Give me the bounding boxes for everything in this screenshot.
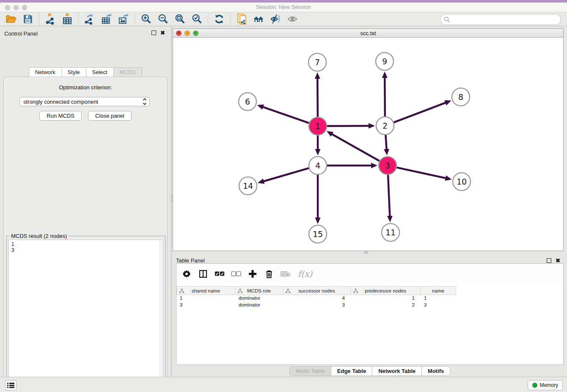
- export-image-icon[interactable]: [118, 14, 129, 25]
- mcds-panel: Optimization criterion: strongly connect…: [3, 77, 168, 392]
- refresh-icon[interactable]: [214, 14, 225, 25]
- table-cell[interactable]: 3: [421, 302, 456, 309]
- memory-button[interactable]: Memory: [528, 380, 563, 390]
- column-header[interactable]: predecessor nodes: [351, 286, 421, 295]
- application-window: Session: New Session: [0, 0, 567, 392]
- tab-edge-table[interactable]: Edge Table: [331, 366, 372, 376]
- mcds-result-group: MCDS result (2 nodes) 1 3: [6, 236, 165, 392]
- graph-node-label: 14: [243, 181, 253, 190]
- add-column-icon[interactable]: [248, 269, 258, 279]
- export-network-icon[interactable]: [84, 14, 95, 25]
- memory-status-icon: [532, 383, 537, 388]
- edge-2-3[interactable]: [385, 135, 386, 151]
- tab-node-table[interactable]: Node Table: [289, 366, 331, 376]
- table-header-row: shared nameMCDS rolesuccessor nodesprede…: [176, 286, 456, 295]
- node-table: f(x) shared nameMCDS rolesuccessor nodes…: [176, 263, 564, 365]
- deselect-all-icon[interactable]: [231, 269, 241, 279]
- column-header[interactable]: name: [421, 286, 456, 295]
- memory-label: Memory: [540, 382, 558, 388]
- edge-2-8[interactable]: [394, 102, 447, 122]
- mcds-result-scrollbar[interactable]: [159, 240, 163, 392]
- search-icon: [444, 17, 450, 22]
- hide-eye-icon[interactable]: [270, 14, 281, 25]
- app-titlebar: Session: New Session: [0, 3, 567, 12]
- tab-style[interactable]: Style: [61, 67, 86, 77]
- tab-mcds[interactable]: MCDS: [113, 67, 142, 77]
- run-mcds-button[interactable]: Run MCDS: [39, 111, 82, 121]
- float-panel-icon[interactable]: [547, 258, 551, 263]
- edge-1-6[interactable]: [261, 107, 309, 123]
- edge-3-10[interactable]: [396, 168, 447, 179]
- select-all-icon[interactable]: [215, 269, 225, 279]
- search-input[interactable]: [452, 17, 561, 22]
- edge-3-1[interactable]: [330, 133, 379, 161]
- column-header[interactable]: successor nodes: [283, 286, 351, 295]
- zoom-out-icon[interactable]: [157, 14, 168, 25]
- zoom-fit-icon[interactable]: [174, 14, 185, 25]
- edge-1-2[interactable]: [327, 126, 370, 126]
- mcds-result-text[interactable]: 1 3: [8, 240, 163, 392]
- edge-arrowhead: [315, 149, 321, 155]
- eye-icon[interactable]: [287, 14, 298, 25]
- horizontal-splitter[interactable]: [173, 251, 567, 254]
- delete-table-icon[interactable]: [281, 269, 291, 279]
- tab-network-table[interactable]: Network Table: [372, 366, 421, 376]
- show-panels-button[interactable]: [5, 380, 17, 390]
- zoom-in-icon[interactable]: [140, 14, 151, 25]
- graph-node-label: 4: [315, 161, 320, 170]
- status-bar: Memory: [0, 377, 567, 392]
- close-panel-icon[interactable]: ✖: [160, 30, 165, 35]
- graph-node-label: 15: [313, 229, 323, 239]
- table-tabs: Node Table Edge Table Network Table Moti…: [173, 366, 567, 376]
- edge-3-11[interactable]: [388, 175, 390, 218]
- delete-icon[interactable]: [264, 269, 274, 279]
- table-cell[interactable]: dominator: [235, 302, 283, 309]
- save-session-icon[interactable]: [22, 14, 33, 25]
- edge-1-7[interactable]: [317, 77, 318, 117]
- tab-motifs[interactable]: Motifs: [421, 366, 450, 376]
- export-table-icon[interactable]: [101, 14, 112, 25]
- table-row[interactable]: 3dominator323: [176, 302, 563, 309]
- network-view-window: ✕ − + scc.txt 7968124314101511: [173, 28, 564, 251]
- table-cell[interactable]: 1: [176, 295, 235, 302]
- table-cell[interactable]: 3: [283, 302, 351, 309]
- criterion-select[interactable]: strongly connected component: [19, 97, 150, 106]
- table-cell[interactable]: 1: [351, 295, 421, 302]
- tab-network[interactable]: Network: [29, 67, 61, 77]
- edge-arrowhead: [258, 179, 264, 184]
- table-cell[interactable]: 3: [176, 302, 235, 309]
- float-panel-icon[interactable]: [151, 30, 156, 35]
- zoom-selected-icon[interactable]: [191, 14, 202, 25]
- clone-network-icon[interactable]: [236, 14, 247, 25]
- network-canvas[interactable]: 7968124314101511: [173, 38, 563, 251]
- graph-node-label: 3: [385, 161, 390, 170]
- graph-node-label: 2: [383, 121, 388, 130]
- edge-2-9[interactable]: [385, 76, 385, 116]
- import-network-icon[interactable]: [45, 14, 56, 25]
- network-window-titlebar[interactable]: ✕ − + scc.txt: [173, 29, 563, 38]
- network-window-title: scc.txt: [173, 30, 563, 36]
- table-row[interactable]: 1dominator411: [176, 295, 563, 302]
- column-header[interactable]: shared name: [176, 286, 235, 295]
- graph-node-label: 7: [315, 58, 320, 67]
- table-cell[interactable]: 4: [283, 295, 351, 302]
- gear-icon[interactable]: [182, 269, 192, 279]
- open-session-icon[interactable]: [6, 14, 17, 25]
- search-field[interactable]: [440, 14, 561, 25]
- column-header[interactable]: MCDS role: [235, 286, 283, 295]
- table-cell[interactable]: 1: [421, 295, 456, 302]
- import-table-icon[interactable]: [62, 14, 73, 25]
- graph-node-label: 10: [457, 177, 467, 186]
- mcds-result-title: MCDS result (2 nodes): [9, 233, 69, 239]
- table-cell[interactable]: dominator: [235, 295, 283, 302]
- edge-4-14[interactable]: [262, 168, 309, 182]
- home-icon[interactable]: [253, 14, 264, 25]
- close-panel-icon[interactable]: ✖: [556, 258, 560, 263]
- close-panel-button[interactable]: Close panel: [88, 111, 132, 121]
- splitter-handle[interactable]: [364, 251, 368, 254]
- columns-icon[interactable]: [198, 269, 208, 279]
- tab-select[interactable]: Select: [86, 67, 113, 77]
- edge-arrowhead: [384, 149, 389, 155]
- table-cell[interactable]: 2: [351, 302, 421, 309]
- table-panel-title: Table Panel: [176, 257, 205, 264]
